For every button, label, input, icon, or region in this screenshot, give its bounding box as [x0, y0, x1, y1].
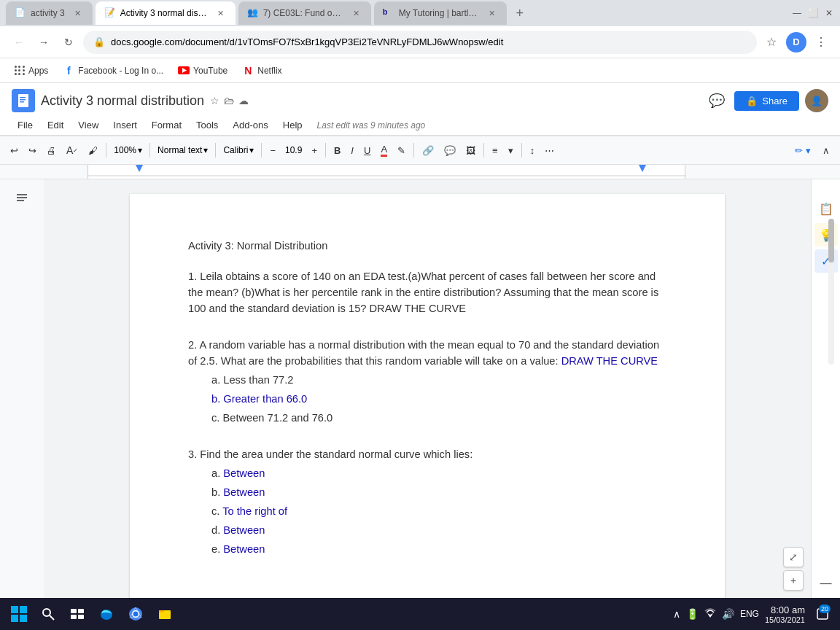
sidebar-icon-minus[interactable]: — [814, 572, 838, 595]
maximize-button[interactable]: ⬜ [808, 8, 818, 18]
menu-insert[interactable]: Insert [107, 117, 143, 133]
editing-mode-button[interactable]: ✏ ▾ [790, 140, 815, 160]
reload-button[interactable]: ↻ [58, 32, 79, 52]
menu-help[interactable]: Help [277, 117, 308, 133]
start-button[interactable] [6, 601, 32, 627]
separator-7 [483, 143, 484, 158]
share-button[interactable]: 🔒 Share [734, 91, 799, 111]
menu-addons[interactable]: Add-ons [227, 117, 273, 133]
clock-display[interactable]: 8:00 am 15/03/2021 [765, 604, 805, 624]
page-area[interactable]: Activity 3: Normal Distribution 1. Leila… [44, 179, 811, 630]
q3-sub-d: d. Between [188, 522, 666, 538]
tab-close-ce03l[interactable]: ✕ [351, 7, 362, 19]
bookmark-netflix-label: Netflix [257, 66, 281, 76]
print-button[interactable]: 🖨 [42, 140, 61, 160]
network-icon[interactable] [704, 608, 716, 620]
font-size-increase-button[interactable]: + [307, 140, 322, 160]
last-edit-status: Last edit was 9 minutes ago [317, 120, 426, 131]
svg-point-25 [133, 612, 139, 617]
notification-button[interactable]: 20 [811, 602, 834, 626]
svg-rect-9 [17, 194, 27, 195]
align-button[interactable]: ≡ [488, 140, 502, 160]
user-avatar[interactable]: 👤 [805, 89, 828, 112]
style-value: Normal text [158, 145, 202, 155]
battery-icon[interactable]: 🔋 [686, 608, 699, 620]
tab-close-bartleby[interactable]: ✕ [486, 7, 498, 19]
bookmark-youtube[interactable]: YouTube [172, 62, 233, 79]
browser-menu-button[interactable]: ⋮ [811, 32, 831, 52]
menu-tools[interactable]: Tools [190, 117, 224, 133]
cloud-icon[interactable]: ☁ [238, 95, 249, 106]
taskbar-edge[interactable] [93, 601, 120, 627]
add-page-button[interactable]: + [783, 570, 804, 591]
taskbar-chrome[interactable] [122, 601, 149, 627]
separator-8 [521, 143, 522, 158]
tab-icon-normal-dist: 📝 [104, 7, 116, 19]
tab-normal-dist[interactable]: 📝 Activity 3 normal distribution - ✕ [96, 1, 236, 25]
docs-app-icon[interactable] [12, 89, 35, 112]
menu-file[interactable]: File [12, 117, 39, 133]
tab-label-normal-dist: Activity 3 normal distribution - [120, 8, 208, 18]
font-size-value: 10.9 [285, 145, 302, 155]
bookmark-apps[interactable]: Apps [9, 63, 54, 79]
tab-close-normal-dist[interactable]: ✕ [215, 7, 227, 19]
taskbar-explorer[interactable] [152, 601, 178, 627]
underline-button[interactable]: U [359, 140, 375, 160]
forward-button[interactable]: → [34, 32, 54, 52]
tab-activity3[interactable]: 📄 activity 3 ✕ [6, 1, 93, 25]
outline-panel-icon[interactable] [9, 185, 35, 211]
more-options-button[interactable]: ⋯ [540, 140, 559, 160]
comment-insert-button[interactable]: 💬 [440, 140, 460, 160]
sidebar-icon-notes[interactable]: 📋 [814, 197, 838, 220]
volume-icon[interactable]: 🔊 [722, 608, 734, 620]
folder-icon[interactable]: 🗁 [224, 95, 234, 106]
bookmark-star-button[interactable]: ☆ [761, 32, 782, 52]
spellcheck-button[interactable]: A✓ [62, 140, 82, 160]
italic-button[interactable]: I [346, 140, 358, 160]
tab-close-activity3[interactable]: ✕ [72, 7, 84, 19]
redo-button[interactable]: ↪ [24, 140, 41, 160]
close-button[interactable]: ✕ [824, 8, 834, 18]
bookmark-facebook[interactable]: f Facebook - Log In o... [57, 62, 169, 79]
font-selector[interactable]: Calibri ▾ [219, 140, 257, 160]
profile-button[interactable]: D [786, 32, 806, 52]
new-tab-button[interactable]: + [510, 3, 530, 23]
taskbar-taskview[interactable] [64, 601, 90, 627]
system-tray[interactable]: ∧ [673, 608, 680, 620]
menu-format[interactable]: Format [146, 117, 187, 133]
style-selector[interactable]: Normal text ▾ [154, 140, 211, 160]
link-button[interactable]: 🔗 [418, 140, 438, 160]
star-icon[interactable]: ☆ [210, 95, 219, 106]
font-size-decrease-button[interactable]: − [265, 140, 280, 160]
undo-button[interactable]: ↩ [6, 140, 23, 160]
zoom-selector[interactable]: 100% ▾ [110, 140, 146, 160]
menu-view[interactable]: View [72, 117, 104, 133]
svg-rect-18 [71, 609, 77, 613]
chevron-up-icon[interactable]: ∧ [673, 608, 680, 620]
tab-icon-ce03l: 👥 [247, 7, 259, 19]
svg-point-16 [43, 609, 50, 616]
text-color-button[interactable]: A [376, 140, 392, 160]
expand-button[interactable]: ⤢ [783, 547, 804, 567]
q2-sub-b: b. Greater than 66.0 [188, 391, 666, 407]
tab-bartleby[interactable]: b My Tutoring | bartleby ✕ [374, 1, 507, 25]
line-spacing-button[interactable]: ↕ [526, 140, 540, 160]
taskbar-search[interactable] [35, 601, 61, 627]
title-bar: 📄 activity 3 ✕ 📝 Activity 3 normal distr… [0, 0, 840, 26]
bold-button[interactable]: B [330, 140, 345, 160]
facebook-icon: f [63, 65, 74, 77]
bookmark-netflix[interactable]: N Netflix [236, 62, 287, 79]
image-button[interactable]: 🖼 [462, 140, 480, 160]
highlight-button[interactable]: ✎ [393, 140, 410, 160]
tab-ce03l[interactable]: 👥 7) CE03L: Fund of Sur Lab(2nd ✕ [238, 1, 371, 25]
docs-comment-button[interactable]: 💬 [705, 89, 728, 112]
back-button[interactable]: ← [9, 32, 29, 52]
align-dropdown[interactable]: ▾ [504, 140, 518, 160]
address-input[interactable] [111, 36, 747, 47]
format-paint-button[interactable]: 🖌 [84, 140, 102, 160]
font-size-selector[interactable]: 10.9 [281, 140, 306, 160]
collapse-toolbar-button[interactable]: ∧ [818, 140, 834, 160]
address-bar[interactable]: 🔒 [83, 31, 757, 54]
menu-edit[interactable]: Edit [42, 117, 69, 133]
minimize-button[interactable]: — [792, 8, 802, 18]
